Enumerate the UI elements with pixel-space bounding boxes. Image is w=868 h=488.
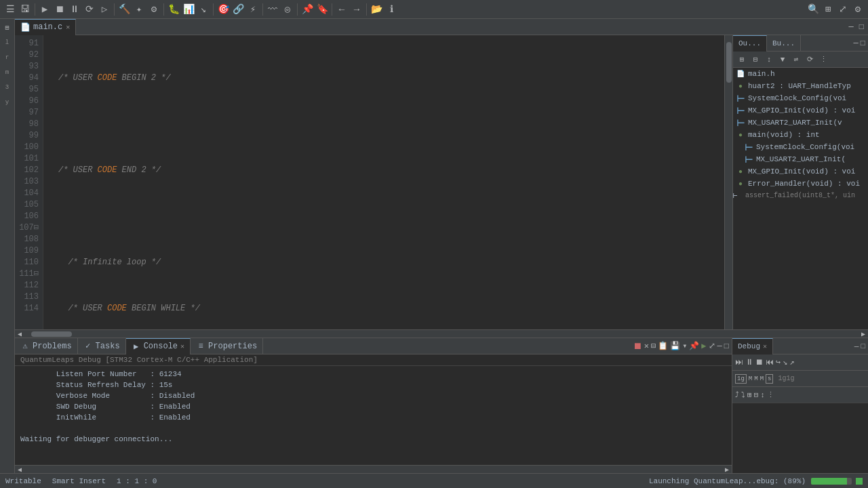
console-pin-btn[interactable]: 📌 bbox=[689, 341, 699, 351]
toolbar-maximize[interactable]: ⤢ bbox=[836, 3, 850, 16]
debug-M-btn3[interactable]: M bbox=[760, 375, 764, 382]
outline-expand-icon[interactable]: ⊞ bbox=[736, 54, 747, 65]
outline-link-icon[interactable]: ⇌ bbox=[791, 54, 802, 65]
toolbar-grid[interactable]: ⊞ bbox=[821, 3, 835, 16]
outline-menu-icon[interactable]: ⋮ bbox=[818, 54, 829, 65]
code-area[interactable]: /* USER CODE BEGIN 2 */ /* USER CODE END… bbox=[43, 35, 724, 329]
toolbar-target[interactable]: 🎯 bbox=[216, 3, 230, 16]
outline-item-errorhandler[interactable]: ● Error_Handler(void) : voi bbox=[733, 178, 868, 190]
console-minimize-btn[interactable]: — bbox=[717, 342, 722, 351]
h-scroll-track[interactable] bbox=[24, 331, 859, 337]
toolbar-settings[interactable]: ⚙ bbox=[851, 3, 865, 16]
console-copy-btn[interactable]: 📋 bbox=[658, 341, 668, 351]
tab-close-btn[interactable]: ✕ bbox=[66, 23, 70, 31]
outline-item-gpio2[interactable]: ● MX_GPIO_Init(void) : voi bbox=[733, 165, 868, 178]
maximize-right-icon[interactable]: □ bbox=[861, 39, 865, 48]
h-scroll-left-btn[interactable]: ◀ bbox=[15, 330, 24, 338]
console-hscroll-right[interactable]: ▶ bbox=[722, 466, 732, 474]
console-expand-btn[interactable]: ⤢ bbox=[709, 341, 715, 351]
console-content[interactable]: Listen Port Number : 61234 Status Refres… bbox=[15, 366, 732, 465]
h-scroll-right-btn[interactable]: ▶ bbox=[859, 330, 868, 338]
debug-stop-btn[interactable]: ⏹ bbox=[755, 357, 764, 367]
tab-properties[interactable]: ≡ Properties bbox=[191, 338, 263, 354]
debug-frame-icon5[interactable]: ↕ bbox=[760, 391, 765, 399]
console-menu-btn[interactable]: ▾ bbox=[682, 341, 687, 351]
outline-sort-icon[interactable]: ↕ bbox=[764, 54, 774, 65]
h-scroll-thumb[interactable] bbox=[31, 331, 72, 337]
toolbar-connect[interactable]: 🔗 bbox=[231, 3, 245, 16]
toolbar-search-top[interactable]: 🔍 bbox=[806, 3, 820, 16]
toolbar-run[interactable]: ▶ bbox=[38, 3, 52, 16]
toolbar-stop[interactable]: ⏹ bbox=[53, 3, 66, 16]
debug-M-btn1[interactable]: M bbox=[749, 375, 752, 382]
debug-s-btn[interactable]: s bbox=[766, 374, 773, 384]
debug-content[interactable]: ⤴ ⤵ ⊞ ⊟ ↕ ⋮ bbox=[732, 387, 868, 473]
tab-console[interactable]: ▶ Console ✕ bbox=[126, 338, 191, 354]
sidebar-icon-r[interactable]: r bbox=[1, 52, 14, 64]
debug-frame-icon2[interactable]: ⤵ bbox=[741, 390, 745, 399]
debug-1g-btn[interactable]: 1g bbox=[735, 374, 747, 384]
toolbar-back[interactable]: ← bbox=[335, 3, 349, 16]
debug-tab-close[interactable]: ✕ bbox=[763, 342, 767, 350]
tab-problems[interactable]: ⚠ Problems bbox=[15, 338, 78, 354]
toolbar-step-in[interactable]: ↘ bbox=[197, 3, 210, 16]
console-maximize-btn[interactable]: □ bbox=[724, 342, 729, 351]
toolbar-bookmark[interactable]: 🔖 bbox=[315, 3, 329, 16]
outline-item-assert[interactable]: ⊢ assert_failed(uint8_t*, uin bbox=[733, 190, 868, 201]
debug-tab-main[interactable]: Debug ✕ bbox=[732, 338, 773, 354]
sidebar-icon-4[interactable]: 3 bbox=[1, 81, 14, 94]
console-close-btn[interactable]: ✕ bbox=[644, 341, 649, 351]
toolbar-refresh[interactable]: ⚙ bbox=[147, 3, 161, 16]
debug-stepover-btn[interactable]: ↪ bbox=[776, 357, 781, 367]
console-save-btn[interactable]: 💾 bbox=[670, 341, 680, 351]
debug-frame-icon4[interactable]: ⊟ bbox=[754, 390, 759, 399]
toolbar-scope[interactable]: ◎ bbox=[281, 3, 294, 16]
editor-vertical-scrollbar[interactable] bbox=[724, 35, 732, 329]
sidebar-icon-leap[interactable]: l bbox=[1, 37, 14, 49]
debug-max-btn[interactable]: □ bbox=[861, 342, 865, 350]
debug-frame-icon3[interactable]: ⊞ bbox=[747, 390, 752, 399]
toolbar-pause[interactable]: ⏸ bbox=[68, 3, 81, 16]
outline-item-usart[interactable]: ⊢ MX_USART2_UART_Init(v bbox=[733, 117, 868, 129]
toolbar-debug[interactable]: 🐛 bbox=[167, 3, 180, 16]
editor-h-scroll[interactable]: ◀ ▶ bbox=[15, 329, 868, 338]
debug-resume-btn[interactable]: ⏭ bbox=[735, 357, 743, 367]
tab-build[interactable]: Bu... bbox=[767, 35, 801, 52]
toolbar-profile[interactable]: 📊 bbox=[182, 3, 195, 16]
toolbar-pin[interactable]: 📌 bbox=[300, 3, 314, 16]
outline-item-main[interactable]: ● main(void) : int bbox=[733, 129, 868, 141]
toolbar-flash[interactable]: ⚡ bbox=[246, 3, 260, 16]
sidebar-icon-3[interactable]: m bbox=[1, 66, 14, 79]
console-h-scroll[interactable]: ◀ ▶ bbox=[15, 465, 732, 473]
debug-stepin-btn[interactable]: ↘ bbox=[783, 357, 787, 367]
debug-stepout-btn[interactable]: ↗ bbox=[789, 357, 794, 367]
toolbar-restart[interactable]: ⟳ bbox=[83, 3, 96, 16]
outline-collapse-icon[interactable]: ⊟ bbox=[750, 54, 761, 65]
debug-disconnect-btn[interactable]: ⏮ bbox=[766, 357, 774, 367]
maximize-btn[interactable]: □ bbox=[858, 21, 865, 33]
toolbar-open[interactable]: 📂 bbox=[370, 3, 383, 16]
tab-outline[interactable]: Ou... bbox=[733, 35, 767, 52]
sidebar-icon-1[interactable]: ⊞ bbox=[1, 22, 14, 34]
console-filter-btn[interactable]: ⊟ bbox=[651, 341, 656, 351]
debug-suspend-btn[interactable]: ⏸ bbox=[745, 357, 753, 367]
toolbar-build[interactable]: 🔨 bbox=[117, 3, 131, 16]
outline-filter-icon[interactable]: ▼ bbox=[777, 54, 788, 65]
toolbar-next[interactable]: ▷ bbox=[98, 3, 111, 16]
outline-item-sysclock2[interactable]: ⊢ SystemClock_Config(voi bbox=[733, 141, 868, 153]
debug-M-btn2[interactable]: M bbox=[754, 375, 757, 382]
sidebar-icon-5[interactable]: y bbox=[1, 96, 14, 108]
console-hscroll-left[interactable]: ◀ bbox=[15, 466, 24, 474]
toolbar-icon-1[interactable]: ☰ bbox=[3, 3, 17, 16]
outline-item-huart2[interactable]: ● huart2 : UART_HandleTyp bbox=[733, 80, 868, 92]
debug-frame-icon6[interactable]: ⋮ bbox=[767, 390, 774, 399]
debug-frame-icon[interactable]: ⤴ bbox=[735, 390, 739, 399]
scroll-thumb[interactable] bbox=[726, 42, 732, 83]
outline-item-mainh[interactable]: 📄 main.h bbox=[733, 68, 868, 80]
console-hscroll-track[interactable] bbox=[24, 467, 722, 472]
tab-tasks[interactable]: ✓ Tasks bbox=[78, 338, 126, 354]
console-run-btn[interactable]: ▶ bbox=[701, 341, 706, 351]
outline-item-gpio[interactable]: ⊢ MX_GPIO_Init(void) : voi bbox=[733, 104, 868, 117]
toolbar-wave[interactable]: 〰 bbox=[266, 3, 279, 16]
outline-item-sysclock1[interactable]: ⊢ SystemClock_Config(voi bbox=[733, 92, 868, 104]
